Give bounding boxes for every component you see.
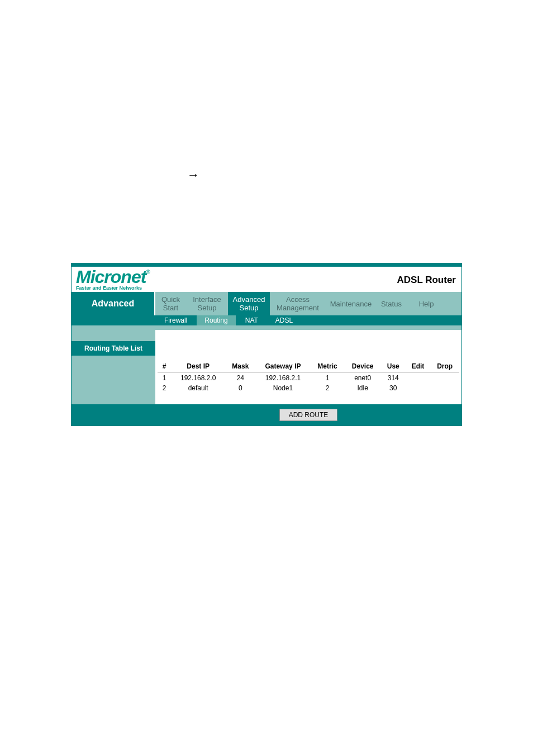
product-name: ADSL Router [397, 275, 456, 286]
cell-use: 314 [381, 373, 406, 384]
logo-tagline: Faster and Easier Networks [76, 285, 150, 291]
section-title: Routing Table List [72, 341, 155, 356]
nav-quick-start[interactable]: Quick Start [155, 292, 186, 315]
main-nav: Advanced Quick Start Interface Setup Adv… [72, 292, 461, 315]
cell-drop[interactable] [430, 383, 459, 393]
section-header-row: Routing Table List [72, 341, 461, 356]
col-dest-ip: Dest IP [171, 360, 225, 373]
cell-dest-ip: 192.168.2.0 [171, 373, 225, 384]
logo-mark: ® [146, 269, 150, 275]
add-route-button[interactable]: ADD ROUTE [279, 409, 338, 421]
nav-section-label: Advanced [72, 292, 155, 315]
arrow-icon: → [187, 168, 199, 182]
col-gateway: Gateway IP [255, 360, 310, 373]
cell-mask: 0 [225, 383, 255, 393]
col-device: Device [344, 360, 380, 373]
cell-num: 1 [158, 373, 171, 384]
nav-interface-setup[interactable]: Interface Setup [186, 292, 228, 315]
subnav-routing[interactable]: Routing [197, 315, 235, 325]
col-use: Use [381, 360, 406, 373]
cell-edit[interactable] [406, 383, 431, 393]
nav-status[interactable]: Status [376, 292, 407, 315]
nav-help[interactable]: Help [407, 292, 446, 315]
nav-access-management[interactable]: Access Management [270, 292, 326, 315]
col-num: # [158, 360, 171, 373]
subnav-adsl[interactable]: ADSL [268, 315, 301, 325]
cell-metric: 1 [310, 373, 344, 384]
subnav-firewall[interactable]: Firewall [156, 315, 195, 325]
routing-table: # Dest IP Mask Gateway IP Metric Device … [158, 360, 459, 393]
nav-advanced-setup[interactable]: Advanced Setup [228, 292, 270, 315]
cell-use: 30 [381, 383, 406, 393]
logo-brand: Micronet [76, 267, 146, 287]
col-mask: Mask [225, 360, 255, 373]
brand-logo: Micronet® Faster and Easier Networks [76, 269, 150, 291]
cell-gateway: 192.168.2.1 [255, 373, 310, 384]
header-row: Micronet® Faster and Easier Networks ADS… [72, 267, 461, 292]
cell-dest-ip: default [171, 383, 225, 393]
cell-gateway: Node1 [255, 383, 310, 393]
col-drop: Drop [430, 360, 459, 373]
action-row: ADD ROUTE [72, 404, 461, 426]
cell-edit[interactable] [406, 373, 431, 384]
subnav-nat[interactable]: NAT [237, 315, 266, 325]
cell-mask: 24 [225, 373, 255, 384]
cell-drop[interactable] [430, 373, 459, 384]
cell-device: enet0 [344, 373, 380, 384]
col-metric: Metric [310, 360, 344, 373]
cell-device: Idle [344, 383, 380, 393]
nav-maintenance[interactable]: Maintenance [326, 292, 376, 315]
cell-num: 2 [158, 383, 171, 393]
router-admin-panel: Micronet® Faster and Easier Networks ADS… [71, 263, 462, 426]
col-edit: Edit [406, 360, 431, 373]
sub-nav: Firewall Routing NAT ADSL [72, 315, 461, 325]
cell-metric: 2 [310, 383, 344, 393]
table-row: 2 default 0 Node1 2 Idle 30 [158, 383, 459, 393]
table-row: 1 192.168.2.0 24 192.168.2.1 1 enet0 314 [158, 373, 459, 384]
routing-table-area: # Dest IP Mask Gateway IP Metric Device … [72, 356, 461, 404]
table-header-row: # Dest IP Mask Gateway IP Metric Device … [158, 360, 459, 373]
